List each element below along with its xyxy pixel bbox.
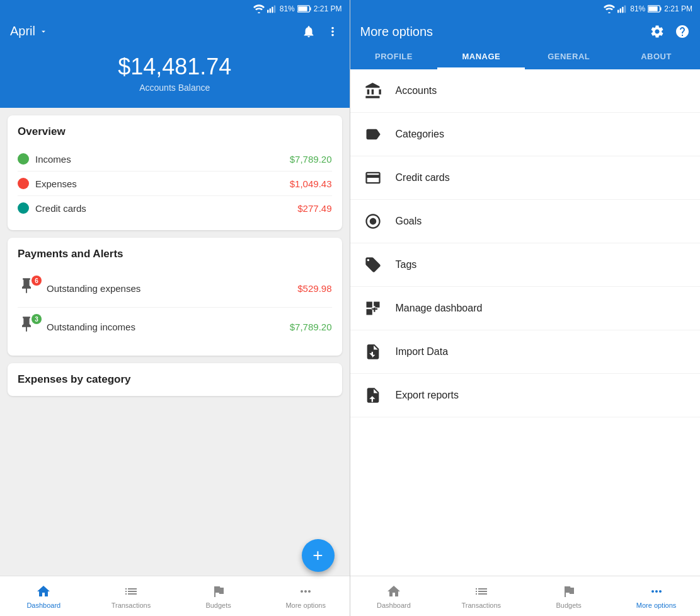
svg-rect-5 — [298, 6, 307, 11]
chevron-down-icon — [39, 27, 48, 36]
menu-item-accounts[interactable]: Accounts — [350, 69, 701, 113]
expenses-category-title: Expenses by category — [18, 373, 332, 386]
manage-dashboard-label: Manage dashboard — [396, 303, 483, 314]
cc-label: Credit cards — [35, 203, 86, 214]
right-nav-transactions[interactable]: Transactions — [437, 576, 525, 616]
more-vert-button[interactable] — [326, 25, 340, 38]
accounts-label: Accounts — [396, 85, 437, 96]
right-nav-dashboard[interactable]: Dashboard — [350, 576, 438, 616]
nav-transactions-label: Transactions — [112, 601, 151, 609]
cc-dot — [18, 202, 29, 214]
svg-rect-1 — [269, 8, 270, 13]
balance-label: Accounts Balance — [10, 83, 340, 93]
flag-icon-right — [561, 584, 577, 599]
nav-more-options-left[interactable]: More options — [262, 576, 350, 616]
outstanding-incomes-row[interactable]: 3 Outstanding incomes $7,789.20 — [18, 308, 332, 346]
left-status-icons: 81% 2:21 PM — [253, 4, 342, 13]
overview-expenses-left: Expenses — [18, 178, 77, 189]
tab-about[interactable]: ABOUT — [612, 44, 700, 69]
svg-rect-3 — [274, 5, 275, 13]
help-button[interactable] — [675, 24, 690, 39]
tab-profile[interactable]: PROFILE — [350, 44, 438, 69]
expenses-amount: $1,049.43 — [290, 178, 332, 189]
tab-manage[interactable]: MANAGE — [437, 44, 525, 69]
battery-text: 81% — [280, 4, 295, 13]
list-icon-right — [474, 584, 489, 599]
right-header: More options PROFILE MANAGE GENERAL ABOU… — [350, 18, 701, 69]
battery-icon-right — [648, 5, 662, 13]
bank-icon — [363, 81, 383, 101]
settings-button[interactable] — [650, 24, 665, 39]
export-label: Export reports — [396, 390, 459, 401]
overview-card: Overview Incomes $7,789.20 Expenses $1,0… — [8, 115, 342, 230]
balance-section: $14,481.74 Accounts Balance — [10, 44, 340, 108]
import-label: Import Data — [396, 346, 449, 357]
right-battery-text: 81% — [630, 4, 645, 13]
outstanding-incomes-left: 3 Outstanding incomes — [18, 315, 135, 338]
left-scroll-area: Overview Incomes $7,789.20 Expenses $1,0… — [0, 108, 350, 576]
expenses-category-card: Expenses by category — [8, 363, 342, 396]
list-icon — [123, 584, 139, 599]
overview-incomes-left: Incomes — [18, 153, 71, 165]
month-selector[interactable]: April — [10, 24, 48, 38]
left-panel: 81% 2:21 PM April $14,481.74 Accounts Ba… — [0, 0, 350, 616]
menu-item-credit-cards[interactable]: Credit cards — [350, 156, 701, 200]
menu-item-tags[interactable]: Tags — [350, 243, 701, 287]
wifi-icon-right — [604, 4, 615, 13]
gear-icon — [650, 24, 665, 39]
goals-label: Goals — [396, 216, 422, 227]
overview-cc-row[interactable]: Credit cards $277.49 — [18, 196, 332, 220]
overview-expenses-row[interactable]: Expenses $1,049.43 — [18, 171, 332, 196]
signal-icon — [267, 4, 277, 13]
credit-card-icon — [363, 168, 383, 188]
overview-cc-left: Credit cards — [18, 202, 86, 214]
menu-item-dashboard[interactable]: Manage dashboard — [350, 287, 701, 330]
expenses-dot — [18, 178, 29, 189]
categories-icon — [363, 124, 383, 144]
overview-incomes-row[interactable]: Incomes $7,789.20 — [18, 147, 332, 171]
time-text: 2:21 PM — [314, 4, 342, 13]
expenses-label: Expenses — [35, 178, 77, 189]
menu-item-export[interactable]: Export reports — [350, 374, 701, 417]
right-nav-more-label: More options — [636, 601, 677, 609]
nav-more-label-left: More options — [285, 601, 326, 609]
notification-button[interactable] — [302, 25, 316, 38]
right-time-text: 2:21 PM — [664, 4, 692, 13]
home-icon — [36, 584, 51, 599]
fab-button[interactable]: + — [302, 539, 335, 572]
tab-general[interactable]: GENERAL — [525, 44, 612, 69]
menu-item-import[interactable]: Import Data — [350, 330, 701, 374]
right-status-bar: 81% 2:21 PM — [350, 0, 701, 18]
more-vert-icon — [326, 25, 340, 38]
goals-icon — [363, 211, 383, 231]
right-nav-more-options[interactable]: More options — [612, 576, 700, 616]
flag-icon — [211, 584, 226, 599]
menu-item-goals[interactable]: Goals — [350, 200, 701, 243]
cc-amount: $277.49 — [297, 203, 331, 214]
svg-rect-2 — [272, 7, 273, 13]
right-nav-dashboard-label: Dashboard — [377, 601, 411, 609]
left-status-bar: 81% 2:21 PM — [0, 0, 350, 18]
right-nav-budgets[interactable]: Budgets — [525, 576, 612, 616]
expenses-badge: 6 — [32, 276, 42, 286]
svg-rect-0 — [267, 10, 268, 13]
export-icon — [363, 385, 383, 405]
menu-list: Accounts Categories Credit cards Goals — [350, 69, 701, 576]
svg-rect-9 — [622, 7, 623, 13]
right-nav-transactions-label: Transactions — [462, 601, 502, 609]
payments-title: Payments and Alerts — [18, 248, 332, 260]
menu-item-categories[interactable]: Categories — [350, 113, 701, 156]
right-panel: 81% 2:21 PM More options PROFILE MANAGE … — [350, 0, 701, 616]
svg-rect-12 — [649, 6, 658, 11]
pin-icon-incomes: 3 — [18, 315, 40, 338]
nav-budgets[interactable]: Budgets — [175, 576, 262, 616]
help-icon — [675, 24, 690, 39]
header-action-icons — [302, 25, 340, 38]
nav-transactions[interactable]: Transactions — [88, 576, 175, 616]
more-horiz-icon — [298, 584, 313, 599]
outstanding-expenses-label: Outstanding expenses — [47, 283, 141, 294]
bell-icon — [302, 25, 316, 38]
incomes-label: Incomes — [35, 154, 71, 165]
outstanding-expenses-row[interactable]: 6 Outstanding expenses $529.98 — [18, 269, 332, 308]
nav-dashboard[interactable]: Dashboard — [0, 576, 88, 616]
